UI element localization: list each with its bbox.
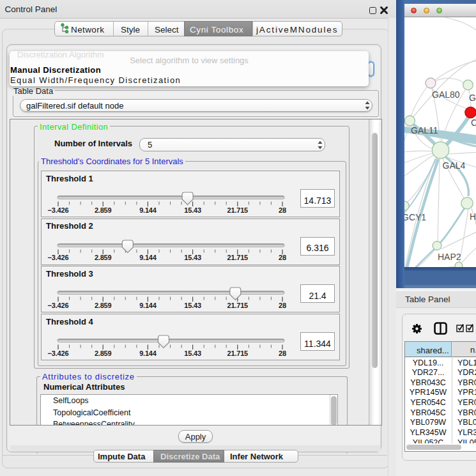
svg-text:GCY1: GCY1 (404, 212, 426, 222)
svg-text:H: H (470, 211, 476, 222)
svg-text:GAL80: GAL80 (432, 89, 460, 100)
svg-text:GAL11: GAL11 (411, 125, 438, 135)
svg-text:GAL4: GAL4 (443, 160, 466, 171)
svg-text:GAL: GAL (469, 93, 476, 103)
svg-text:HAP2: HAP2 (438, 252, 461, 262)
svg-text:C: C (471, 118, 476, 128)
